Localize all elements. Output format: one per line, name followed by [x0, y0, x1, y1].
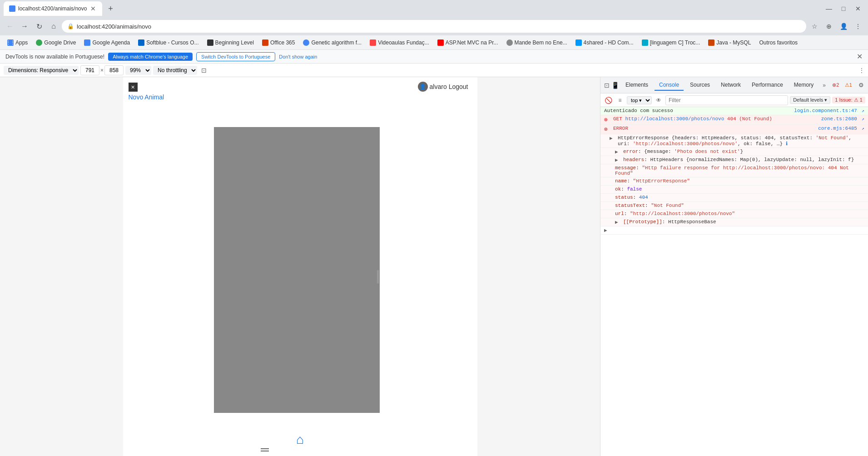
bookmark-4shared[interactable]: 4shared - HD Com...: [572, 39, 637, 47]
home-icon-container: ⌂: [296, 432, 304, 447]
expand-prompt[interactable]: ▶: [604, 227, 607, 233]
bookmark-aspnet[interactable]: ASP.Net MVC na Pr...: [434, 39, 502, 47]
http-error-response-text: HttpErrorResponse {headers: HttpHeaders,…: [618, 135, 864, 147]
bookmark-java-label: Java - MySQL: [716, 39, 751, 46]
menu-icon-container: [261, 448, 269, 451]
prototype-expand[interactable]: ▶: [615, 219, 620, 225]
bookmark-outros[interactable]: Outros favoritos: [755, 39, 801, 47]
address-bar-row: ← → ↻ ⌂ 🔒 localhost:4200/animais/novo ☆ …: [0, 17, 868, 35]
maximize-button[interactable]: □: [837, 2, 850, 15]
device-selector[interactable]: Dimensions: Responsive: [4, 66, 79, 75]
toggle-drawer-button[interactable]: ≡: [615, 95, 625, 105]
close-browser-button[interactable]: ✕: [852, 2, 864, 15]
tab-sources[interactable]: Sources: [685, 80, 714, 91]
bookmark-mande[interactable]: Mande Bem no Ene...: [503, 39, 571, 47]
extensions-button[interactable]: ⊕: [823, 20, 835, 33]
home-button[interactable]: ⌂: [47, 20, 60, 33]
bookmark-genetic[interactable]: Genetic algorithm f...: [299, 39, 365, 47]
throttle-selector[interactable]: No throttling: [153, 66, 197, 75]
reload-button[interactable]: ↻: [33, 20, 45, 33]
close-icon-box[interactable]: ✕: [129, 83, 138, 92]
name-prop: name: "HttpErrorResponse": [615, 178, 690, 184]
console-filter-input[interactable]: [665, 95, 788, 105]
page-inner: ✕ Novo Animal 👤 alvaro Logout: [0, 77, 600, 456]
device-toggle-button[interactable]: 📱: [611, 80, 619, 90]
core-file-ref[interactable]: core.mjs:6485: [818, 126, 857, 131]
minimize-button[interactable]: —: [823, 2, 835, 15]
devtools-toolbar: ⊡ 📱 Elements Console Sources Network Per…: [600, 77, 868, 93]
new-tab-button[interactable]: +: [104, 2, 117, 15]
forward-button[interactable]: →: [18, 20, 31, 33]
headers-expand[interactable]: ▶: [615, 157, 620, 163]
tab-network[interactable]: Network: [716, 80, 745, 91]
info-icon[interactable]: ℹ: [786, 141, 788, 147]
match-language-button[interactable]: Always match Chrome's language: [108, 53, 193, 61]
viewport-width-input[interactable]: [80, 65, 99, 75]
warning-count-badge: ⚠1: [843, 80, 854, 91]
home-icon[interactable]: ⌂: [296, 432, 304, 446]
bookmark-4shared-label: 4shared - HD Com...: [584, 39, 634, 46]
logout-link[interactable]: Logout: [449, 83, 468, 90]
expand-arrow-main[interactable]: ▶: [610, 135, 615, 141]
clear-console-button[interactable]: 🚫: [603, 95, 613, 105]
tab-elements[interactable]: Elements: [621, 80, 653, 91]
devtools-notification-bar: DevTools is now available in Portuguese!…: [0, 50, 868, 64]
viewport-more-button[interactable]: ⋮: [859, 67, 864, 74]
bookmark-apps[interactable]: ⋮⋮ Apps: [4, 39, 31, 47]
context-selector[interactable]: top ▾: [627, 96, 652, 104]
back-button[interactable]: ←: [4, 20, 16, 33]
external-link-icon-2[interactable]: ↗: [862, 116, 864, 122]
login-file-ref[interactable]: login.component.ts:47: [794, 108, 857, 113]
bookmark-java[interactable]: Java - MySQL: [704, 39, 754, 47]
gcal-icon: [84, 39, 90, 46]
image-placeholder: [214, 127, 380, 413]
address-bar[interactable]: 🔒 localhost:4200/animais/novo: [62, 20, 806, 33]
bookmark-softblue[interactable]: Softblue - Cursos O...: [134, 39, 202, 47]
viewport-height-input[interactable]: [104, 65, 124, 75]
switch-devtools-button[interactable]: Switch DevTools to Portuguese: [196, 52, 275, 61]
zone-file-ref[interactable]: zone.ts:2680: [821, 116, 857, 122]
more-button[interactable]: ⋮: [852, 20, 864, 33]
bookmark-gdrive-label: Google Drive: [44, 39, 76, 46]
dimension-separator: ×: [100, 67, 104, 74]
active-tab[interactable]: localhost:4200/animais/novo ✕: [4, 1, 102, 16]
error-expand[interactable]: ▶: [615, 149, 620, 155]
bookmark-office-label: Office 365: [270, 39, 295, 46]
error-get-url[interactable]: http://localhost:3000/photos/novo: [625, 116, 724, 122]
bookmark-office[interactable]: Office 365: [258, 39, 298, 47]
eye-icon[interactable]: 👁: [654, 95, 664, 105]
zoom-selector[interactable]: 99%: [125, 66, 151, 75]
tab-console[interactable]: Console: [655, 80, 684, 91]
bookmark-genetic-label: Genetic algorithm f...: [311, 39, 362, 46]
bookmark-clang[interactable]: [linguagem C] Troc...: [638, 39, 704, 47]
external-link-icon[interactable]: ↗: [862, 108, 864, 113]
rotate-button[interactable]: ⊡: [199, 65, 209, 75]
bookmark-video[interactable]: Videoaulas Fundaç...: [366, 39, 433, 47]
log-levels-button[interactable]: Default levels ▾: [790, 96, 830, 104]
main-area: ✕ Novo Animal 👤 alvaro Logout: [0, 77, 868, 456]
gdrive-icon: [36, 39, 42, 46]
inspect-element-button[interactable]: ⊡: [604, 80, 610, 90]
notification-close-button[interactable]: ✕: [857, 52, 863, 61]
external-link-icon-3[interactable]: ↗: [862, 126, 864, 131]
devtools-more-tabs[interactable]: »: [820, 80, 828, 90]
4shared-icon: [575, 39, 582, 46]
bookmark-button[interactable]: ☆: [808, 20, 821, 33]
bookmark-gdrive[interactable]: Google Drive: [32, 39, 79, 47]
tab-memory[interactable]: Memory: [789, 80, 818, 91]
http-error-response-line: ▶ HttpErrorResponse {headers: HttpHeader…: [600, 134, 868, 148]
tab-performance[interactable]: Performance: [747, 80, 788, 91]
novo-animal-link[interactable]: Novo Animal: [129, 93, 164, 101]
bookmark-clang-label: [linguagem C] Troc...: [650, 39, 700, 46]
message-property-line: message: "Http failure response for http…: [600, 164, 868, 177]
hamburger-icon[interactable]: [261, 448, 269, 451]
apps-icon: ⋮⋮: [7, 39, 14, 46]
bookmark-gcal[interactable]: Google Agenda: [80, 39, 134, 47]
bookmark-beg[interactable]: Beginning Level: [203, 39, 258, 47]
bookmark-video-label: Videoaulas Fundaç...: [378, 39, 429, 46]
tab-close-button[interactable]: ✕: [89, 5, 97, 12]
settings-button[interactable]: ⚙: [856, 80, 867, 91]
java-icon: [708, 39, 714, 46]
profile-button[interactable]: 👤: [837, 20, 850, 33]
dont-show-again-button[interactable]: Don't show again: [279, 54, 317, 59]
